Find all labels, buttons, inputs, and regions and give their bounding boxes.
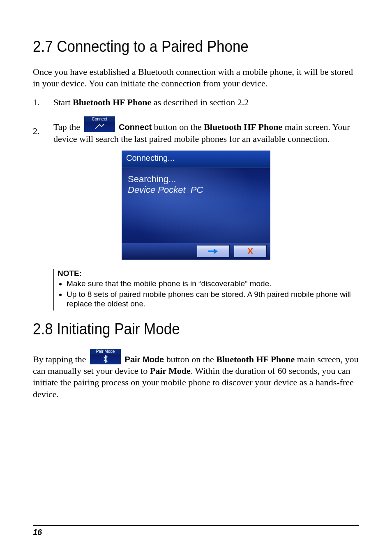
- bluetooth-icon: [90, 354, 120, 364]
- page-footer: 16: [33, 525, 359, 537]
- s28-bold1: Bluetooth HF Phone: [216, 354, 295, 364]
- connect-button[interactable]: Connect: [84, 116, 115, 132]
- pair-mode-button-caption: Pair Mode: [90, 349, 120, 354]
- page-number: 16: [33, 528, 42, 537]
- svg-point-0: [103, 124, 104, 125]
- step-2-bold2: Bluetooth HF Phone: [204, 122, 282, 132]
- step-2: 2. Tap the Connect Connect button on the…: [33, 116, 359, 144]
- note-title: NOTE:: [58, 269, 359, 278]
- note-item-1: Make sure that the mobile phone is in “d…: [67, 279, 359, 289]
- step-1-bold: Bluetooth HF Phone: [73, 97, 151, 107]
- note-block: NOTE: Make sure that the mobile phone is…: [53, 269, 359, 310]
- step-2-connect-label: Connect: [119, 123, 152, 132]
- device-dialog-line2: Device Pocket_PC: [128, 185, 264, 195]
- device-dialog-line1: Searching...: [128, 174, 264, 185]
- close-button[interactable]: X: [234, 245, 267, 257]
- intro-paragraph: Once you have established a Bluetooth co…: [33, 66, 359, 89]
- device-dialog-body: Searching... Device Pocket_PC: [122, 168, 270, 243]
- arrow-right-icon: [208, 249, 219, 253]
- step-1-prefix: Start: [53, 97, 73, 107]
- s28-mid1: button on the: [164, 354, 216, 364]
- section-2-8-paragraph: By tapping the Pair Mode Pair Mode butto…: [33, 349, 359, 400]
- step-1-suffix: as described in section 2.2: [151, 97, 249, 107]
- connect-icon: [85, 121, 115, 132]
- connect-button-caption: Connect: [85, 117, 115, 121]
- device-dialog-title: Connecting...: [122, 151, 270, 168]
- step-1-number: 1.: [33, 97, 40, 108]
- note-item-2: Up to 8 sets of paired mobile phones can…: [67, 290, 359, 309]
- device-dialog: Connecting... Searching... Device Pocket…: [122, 151, 270, 260]
- heading-2-7: 2.7 Connecting to a Paired Phone: [33, 38, 333, 56]
- s28-prefix: By tapping the: [33, 354, 86, 364]
- step-2-prefix: Tap the: [53, 122, 83, 132]
- pair-mode-button[interactable]: Pair Mode: [90, 349, 121, 364]
- step-2-number: 2.: [33, 125, 40, 137]
- heading-2-8: 2.8 Initiating Pair Mode: [33, 320, 333, 338]
- step-2-mid1: button on the: [152, 122, 204, 132]
- device-dialog-footer: X: [122, 243, 270, 259]
- s28-bold2: Pair Mode: [150, 366, 191, 376]
- next-button[interactable]: [197, 245, 230, 257]
- step-1: 1. Start Bluetooth HF Phone as described…: [33, 97, 359, 108]
- s28-pairmode-label: Pair Mode: [125, 355, 164, 364]
- close-icon: X: [247, 247, 254, 256]
